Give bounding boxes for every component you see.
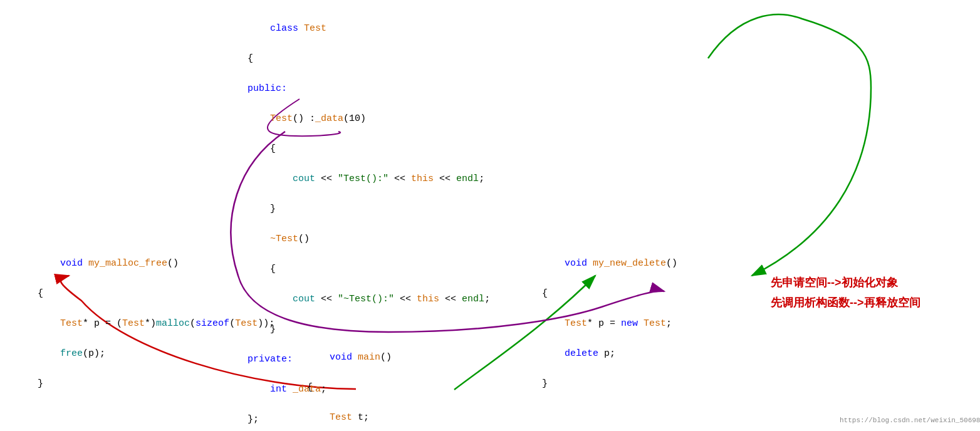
malloc-free-block: void my_malloc_free() { Test* p = (Test*… — [38, 241, 274, 407]
url-text: https://blog.csdn.net/weixin_50698514 — [840, 417, 980, 424]
main-block: void main() { Test t; my_malloc_free(); … — [307, 335, 425, 431]
new-delete-block: void my_new_delete() { Test* p = new Tes… — [542, 241, 677, 407]
annotation-text: 先申请空间-->初始化对象 先调用析构函数-->再释放空间 — [771, 273, 920, 313]
